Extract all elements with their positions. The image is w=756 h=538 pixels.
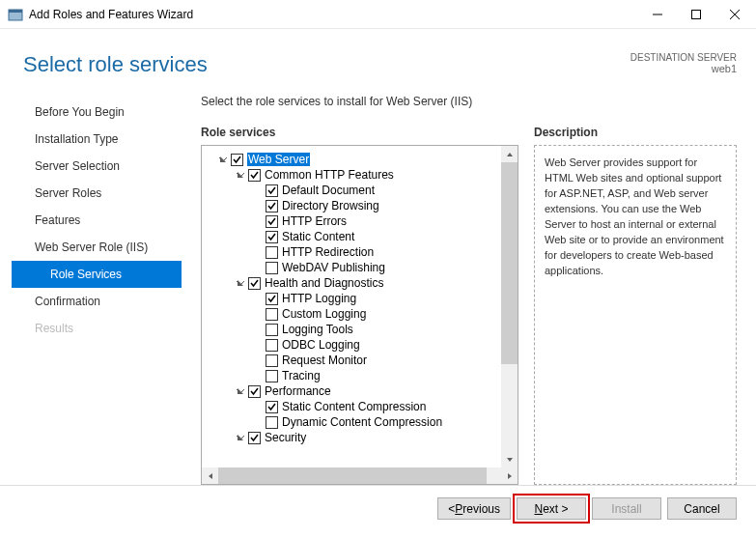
tree-item-label[interactable]: Dynamic Content Compression xyxy=(282,415,442,429)
checkbox[interactable] xyxy=(266,354,278,367)
sidebar-item-installation-type[interactable]: Installation Type xyxy=(12,126,182,153)
tree-item[interactable]: HTTP Errors xyxy=(208,213,501,229)
tree-item[interactable]: Web Server xyxy=(208,152,501,167)
tree-item-label[interactable]: Common HTTP Features xyxy=(265,168,394,182)
footer: < Previous Next > Install Cancel xyxy=(0,485,756,531)
description-text: Web Server provides support for HTML Web… xyxy=(534,145,737,485)
tree-item[interactable]: Health and Diagnostics xyxy=(208,275,501,291)
scroll-left-icon[interactable] xyxy=(202,467,218,484)
checkbox[interactable] xyxy=(266,200,278,212)
svg-rect-3 xyxy=(692,10,701,18)
tree-item-label[interactable]: Tracing xyxy=(282,369,321,382)
checkbox[interactable] xyxy=(266,324,278,336)
checkbox[interactable] xyxy=(248,277,261,290)
scroll-up-icon[interactable] xyxy=(501,146,518,162)
titlebar: Add Roles and Features Wizard xyxy=(0,0,756,29)
tree-item-label[interactable]: Default Document xyxy=(282,184,375,197)
checkbox[interactable] xyxy=(266,370,278,382)
description-label: Description xyxy=(534,126,737,139)
close-button[interactable] xyxy=(715,1,754,28)
tree-item[interactable]: Static Content Compression xyxy=(208,399,501,414)
tree-item-label[interactable]: ODBC Logging xyxy=(282,338,360,352)
sidebar-item-features[interactable]: Features xyxy=(12,207,182,234)
expander-placeholder xyxy=(252,339,264,351)
expander-placeholder xyxy=(252,308,264,320)
scroll-thumb-h[interactable] xyxy=(218,467,487,484)
tree-item-label[interactable]: Static Content Compression xyxy=(282,400,426,413)
destination-label: DESTINATION SERVER xyxy=(630,52,737,63)
tree-item[interactable]: HTTP Logging xyxy=(208,291,501,306)
checkbox[interactable] xyxy=(266,401,278,413)
expander-placeholder xyxy=(252,231,264,242)
checkbox[interactable] xyxy=(266,416,278,429)
horizontal-scrollbar[interactable] xyxy=(202,467,518,484)
tree-view[interactable]: Web ServerCommon HTTP FeaturesDefault Do… xyxy=(202,146,501,467)
checkbox[interactable] xyxy=(248,385,261,398)
cancel-button[interactable]: Cancel xyxy=(667,497,737,520)
tree-item[interactable]: Default Document xyxy=(208,183,501,198)
checkbox[interactable] xyxy=(266,215,278,228)
checkbox[interactable] xyxy=(248,169,261,182)
next-button[interactable]: Next > xyxy=(517,497,586,520)
role-services-tree: Web ServerCommon HTTP FeaturesDefault Do… xyxy=(201,145,518,485)
sidebar-item-before-you-begin[interactable]: Before You Begin xyxy=(12,99,182,126)
sidebar-item-server-selection[interactable]: Server Selection xyxy=(12,153,182,180)
scroll-down-icon[interactable] xyxy=(501,451,518,467)
tree-item-label[interactable]: Web Server xyxy=(247,153,310,166)
sidebar-item-confirmation[interactable]: Confirmation xyxy=(12,288,182,315)
tree-item[interactable]: Security xyxy=(208,430,501,445)
tree-item[interactable]: WebDAV Publishing xyxy=(208,260,501,275)
tree-item-label[interactable]: Performance xyxy=(265,384,331,398)
checkbox[interactable] xyxy=(248,432,261,444)
tree-item-label[interactable]: Security xyxy=(265,431,306,444)
expander-icon[interactable] xyxy=(235,432,246,443)
maximize-button[interactable] xyxy=(677,1,715,28)
minimize-button[interactable] xyxy=(638,1,677,28)
previous-button[interactable]: < Previous xyxy=(437,497,511,520)
checkbox[interactable] xyxy=(231,154,243,166)
expander-icon[interactable] xyxy=(235,385,246,397)
expander-placeholder xyxy=(252,324,264,335)
tree-item[interactable]: Directory Browsing xyxy=(208,198,501,213)
tree-item-label[interactable]: Directory Browsing xyxy=(282,199,379,212)
checkbox[interactable] xyxy=(266,339,278,352)
tree-item[interactable]: Request Monitor xyxy=(208,353,501,368)
scroll-thumb[interactable] xyxy=(501,162,518,364)
tree-item-label[interactable]: Request Monitor xyxy=(282,354,367,367)
svg-rect-1 xyxy=(9,10,22,13)
tree-item-label[interactable]: WebDAV Publishing xyxy=(282,261,385,274)
checkbox[interactable] xyxy=(266,231,278,243)
checkbox[interactable] xyxy=(266,246,278,259)
destination-server: web1 xyxy=(630,63,737,74)
tree-item-label[interactable]: HTTP Errors xyxy=(282,214,347,228)
tree-item[interactable]: ODBC Logging xyxy=(208,337,501,353)
vertical-scrollbar[interactable] xyxy=(501,146,518,467)
tree-item[interactable]: HTTP Redirection xyxy=(208,244,501,260)
sidebar-item-role-services[interactable]: Role Services xyxy=(12,261,182,288)
tree-item-label[interactable]: HTTP Logging xyxy=(282,292,356,305)
checkbox[interactable] xyxy=(266,262,278,274)
tree-item[interactable]: Performance xyxy=(208,383,501,399)
expander-placeholder xyxy=(252,184,264,196)
sidebar-item-results: Results xyxy=(12,315,182,342)
tree-item[interactable]: Static Content xyxy=(208,229,501,244)
expander-icon[interactable] xyxy=(235,277,246,289)
expander-icon[interactable] xyxy=(235,169,246,181)
checkbox[interactable] xyxy=(266,308,278,321)
sidebar-item-web-server-role[interactable]: Web Server Role (IIS) xyxy=(12,234,182,261)
expander-icon[interactable] xyxy=(217,154,229,165)
tree-item-label[interactable]: Logging Tools xyxy=(282,323,353,336)
tree-item-label[interactable]: Health and Diagnostics xyxy=(265,276,383,290)
tree-item[interactable]: Tracing xyxy=(208,368,501,383)
tree-item-label[interactable]: Custom Logging xyxy=(282,307,366,321)
tree-item-label[interactable]: Static Content xyxy=(282,230,354,243)
checkbox[interactable] xyxy=(266,293,278,305)
sidebar-item-server-roles[interactable]: Server Roles xyxy=(12,180,182,207)
checkbox[interactable] xyxy=(266,184,278,197)
tree-item[interactable]: Dynamic Content Compression xyxy=(208,414,501,430)
tree-item[interactable]: Common HTTP Features xyxy=(208,167,501,183)
tree-item[interactable]: Custom Logging xyxy=(208,306,501,322)
tree-item[interactable]: Logging Tools xyxy=(208,322,501,337)
scroll-right-icon[interactable] xyxy=(501,467,518,484)
tree-item-label[interactable]: HTTP Redirection xyxy=(282,245,374,259)
